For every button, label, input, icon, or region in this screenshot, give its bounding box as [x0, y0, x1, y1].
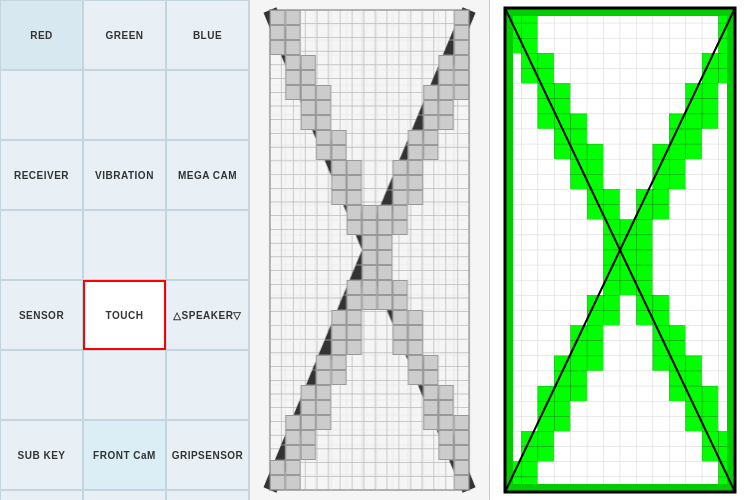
grid-cell-sensor[interactable]: SENSOR [0, 280, 83, 350]
grid-cell-empty10[interactable] [0, 490, 83, 500]
grid-cell-front-cam[interactable]: FRONT CaM [83, 420, 166, 490]
grid-cell-touch[interactable]: TOUCH [83, 280, 166, 350]
grid-cell-vibration[interactable]: VIBRATION [83, 140, 166, 210]
grid-cell-empty3[interactable] [166, 70, 249, 140]
grid-cell-empty4[interactable] [0, 210, 83, 280]
right-visualization [490, 0, 750, 500]
grid-cell-gripsensor[interactable]: GRIPSENSOR [166, 420, 249, 490]
grid-cell-empty12[interactable] [166, 490, 249, 500]
grid-cell-mega-cam[interactable]: MEGA CAM [166, 140, 249, 210]
grid-cell-empty11[interactable] [83, 490, 166, 500]
grid-cell-sub-key[interactable]: SUB KEY [0, 420, 83, 490]
middle-visualization [250, 0, 490, 500]
grid-cell-empty7[interactable] [0, 350, 83, 420]
grid-cell-empty1[interactable] [0, 70, 83, 140]
grid-cell-speaker[interactable]: △SPEAKER▽ [166, 280, 249, 350]
grid-cell-blue[interactable]: BLUE [166, 0, 249, 70]
grid-cell-empty2[interactable] [83, 70, 166, 140]
grid-cell-empty9[interactable] [166, 350, 249, 420]
grid-cell-empty6[interactable] [166, 210, 249, 280]
middle-canvas [250, 0, 489, 500]
grid-cell-green[interactable]: GREEN [83, 0, 166, 70]
grid-cell-receiver[interactable]: RECEIVER [0, 140, 83, 210]
grid-cell-empty5[interactable] [83, 210, 166, 280]
right-canvas [490, 0, 750, 500]
component-grid: REDGREENBLUERECEIVERVIBRATIONMEGA CAMSEN… [0, 0, 250, 500]
grid-cell-red[interactable]: RED [0, 0, 83, 70]
grid-cell-empty8[interactable] [83, 350, 166, 420]
